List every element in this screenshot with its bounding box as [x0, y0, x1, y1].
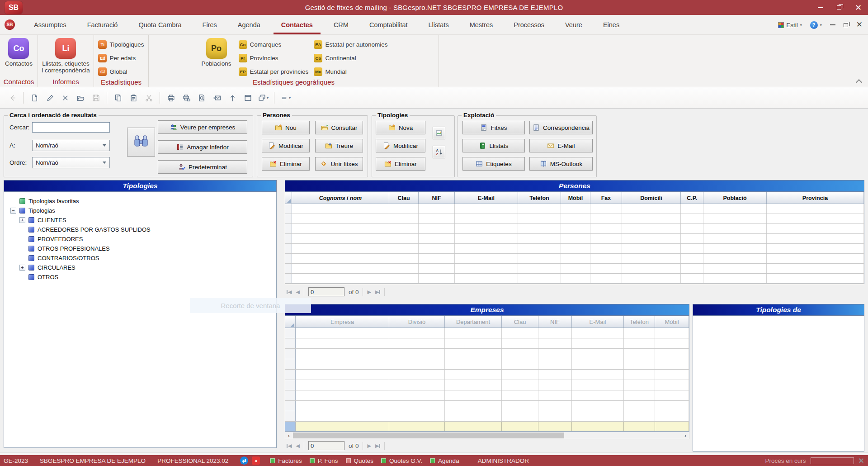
e-mail-button[interactable]: E-Mail — [529, 139, 593, 152]
ms-outlook-button[interactable]: MS-Outlook — [529, 157, 593, 171]
minus-expander-icon[interactable]: − — [10, 208, 16, 214]
column-header-poblacio[interactable]: Població — [703, 192, 767, 204]
previous-page-button[interactable]: ◀ — [296, 289, 299, 295]
ribbon-item-global[interactable]: GlGlobal — [98, 66, 127, 77]
print-setup-button[interactable] — [179, 91, 193, 105]
table-row[interactable] — [285, 390, 689, 401]
column-header-nif[interactable]: NIF — [419, 192, 455, 204]
filter-cell[interactable] — [296, 422, 389, 431]
menu-item-crm[interactable]: CRM — [334, 15, 349, 34]
mdi-minimize-icon[interactable] — [830, 24, 835, 25]
filter-cell[interactable] — [572, 422, 624, 431]
menu-item-mestres[interactable]: Mestres — [470, 15, 493, 34]
column-header-e-mail[interactable]: E-Mail — [455, 192, 518, 204]
filter-cell[interactable] — [624, 422, 655, 431]
copy-button[interactable] — [111, 91, 125, 105]
menu-item-facturacio[interactable]: Facturació — [87, 15, 118, 34]
edit-button[interactable] — [43, 91, 57, 105]
sync-icon[interactable]: » — [252, 456, 260, 465]
collapse-ribbon-button[interactable] — [855, 78, 863, 84]
page-number-input[interactable]: 0 — [308, 287, 344, 296]
column-header-clau[interactable]: Clau — [502, 316, 538, 328]
menu-item-agenda[interactable]: Agenda — [238, 15, 260, 34]
menu-item-processos[interactable]: Processos — [514, 15, 544, 34]
ribbon-item-provincies[interactable]: PrProvíncies — [239, 52, 278, 64]
table-row[interactable] — [285, 328, 689, 338]
filter-cell[interactable] — [389, 422, 445, 431]
minimize-icon[interactable] — [818, 7, 823, 8]
tree-item-tipologias-favoritas[interactable]: Tipologias favoritas — [4, 196, 276, 206]
veure-per-empreses-button[interactable]: Veure per empreses — [158, 120, 247, 134]
last-page-button[interactable]: ▶ — [375, 289, 380, 295]
column-header-empresa[interactable]: Empresa — [296, 316, 389, 328]
search-button[interactable] — [127, 128, 155, 157]
first-page-button[interactable]: ◀ — [287, 289, 292, 295]
amagar-inferior-button[interactable]: Amagar inferior — [158, 140, 247, 154]
ribbon-item-tipologiques[interactable]: TiTipològiques — [98, 39, 144, 50]
mail-send-button[interactable] — [210, 91, 224, 105]
tree-item-otros-profesionales[interactable]: OTROS PROFESIONALES — [4, 244, 276, 253]
first-page-button[interactable]: ◀ — [287, 443, 292, 449]
table-row[interactable] — [285, 224, 864, 234]
column-header-e-mail[interactable]: E-Mail — [572, 316, 624, 328]
table-row[interactable] — [285, 214, 864, 224]
table-row[interactable] — [285, 359, 689, 370]
delete-button[interactable] — [58, 91, 72, 105]
column-header-c-p[interactable]: C.P. — [681, 192, 703, 204]
filter-cell[interactable] — [502, 422, 538, 431]
scroll-left-icon[interactable]: ‹ — [285, 432, 292, 439]
table-row[interactable] — [285, 338, 689, 349]
fitxes-button[interactable]: Fitxes — [462, 121, 525, 134]
page-number-input[interactable]: 0 — [308, 441, 344, 450]
column-header-domicili[interactable]: Domicili — [622, 192, 681, 204]
scroll-right-icon[interactable]: › — [682, 432, 689, 439]
new-button[interactable] — [28, 91, 41, 105]
image-button[interactable] — [433, 127, 445, 139]
open-button[interactable] — [74, 91, 87, 105]
close-icon[interactable]: ✕ — [855, 4, 862, 12]
remote-access-icon[interactable]: ⇄ — [240, 456, 248, 465]
modificar-button[interactable]: Modificar — [262, 139, 310, 152]
menu-item-veure[interactable]: Veure — [565, 15, 582, 34]
plus-expander-icon[interactable]: + — [19, 217, 25, 223]
app-badge-icon[interactable]: SB — [5, 19, 15, 30]
ribbon-item-estatal-per-autonomies[interactable]: EAEstatal per autonomies — [314, 39, 387, 50]
previous-page-button[interactable]: ◀ — [296, 443, 299, 449]
table-row[interactable] — [285, 234, 864, 244]
menu-item-fires[interactable]: Fires — [203, 15, 217, 34]
a-select[interactable]: Nom/raó — [32, 140, 110, 151]
ribbon-button-llistats-etiquetes[interactable]: LiLlistats, etiquetes i correspondència — [40, 37, 92, 75]
predeterminat-button[interactable]: Predeterminat — [158, 160, 247, 174]
eliminar-button[interactable]: Eliminar — [376, 157, 425, 171]
tree-item-clientes[interactable]: +CLIENTES — [4, 215, 276, 225]
next-page-button[interactable]: ▶ — [367, 289, 371, 295]
column-header-telefon[interactable]: Telèfon — [518, 192, 561, 204]
ribbon-item-continental[interactable]: CoContinental — [314, 52, 356, 64]
cascade-button[interactable]: ▾ — [256, 91, 270, 105]
overflow-button[interactable]: ▾ — [278, 91, 292, 105]
ribbon-button-poblacions[interactable]: PoPoblacions — [200, 37, 233, 68]
correspondencia-button[interactable]: Correspondència — [529, 121, 593, 134]
tree-item-otros[interactable]: OTROS — [4, 272, 276, 282]
empreses-hscrollbar[interactable]: ‹ › — [285, 432, 689, 439]
eliminar-button[interactable]: Eliminar — [262, 157, 310, 171]
column-header-nif[interactable]: NIF — [538, 316, 572, 328]
last-page-button[interactable]: ▶ — [375, 443, 380, 449]
filter-cell[interactable] — [445, 422, 502, 431]
select-all-cell[interactable] — [285, 316, 296, 328]
ribbon-item-comarques[interactable]: CoComarques — [239, 39, 282, 50]
plus-expander-icon[interactable]: + — [19, 265, 25, 271]
table-row[interactable] — [285, 401, 689, 411]
ribbon-item-estatal-per-provincies[interactable]: EPEstatal per províncies — [239, 66, 309, 77]
menu-item-assumptes[interactable]: Assumptes — [34, 15, 66, 34]
mdi-close-icon[interactable]: ✕ — [856, 21, 863, 29]
scroll-thumb[interactable] — [293, 433, 564, 438]
modificar-button[interactable]: Modificar — [376, 139, 425, 152]
window-button[interactable] — [241, 91, 255, 105]
consultar-button[interactable]: Consultar — [315, 121, 363, 134]
select-all-cell[interactable] — [285, 192, 292, 204]
ribbon-button-contactos[interactable]: CoContactos — [3, 37, 34, 68]
tree-item-acreedores-por-gastos-suplidos[interactable]: ACREEDORES POR GASTOS SUPLIDOS — [4, 225, 276, 234]
cancel-process-icon[interactable]: ✕ — [859, 457, 864, 464]
table-row[interactable] — [285, 380, 689, 390]
